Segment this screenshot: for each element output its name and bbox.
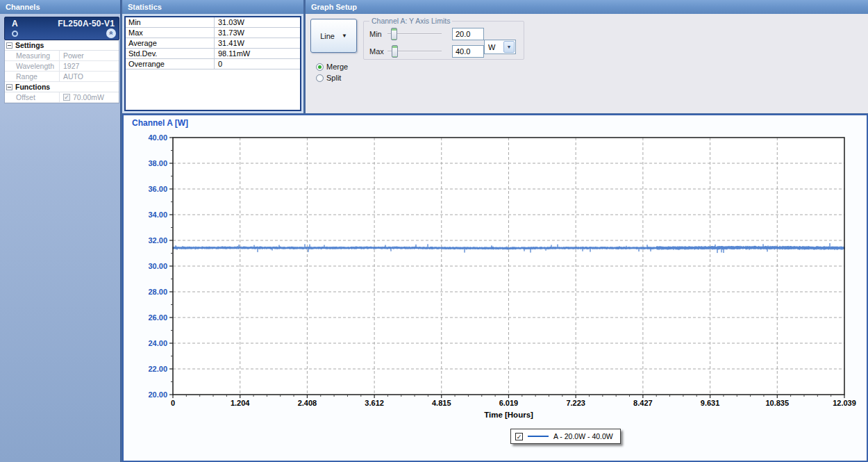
svg-text:6.019: 6.019: [499, 399, 519, 407]
graph-setup-panel-header: Graph Setup: [306, 0, 868, 14]
channels-panel-header: Channels: [0, 0, 120, 14]
stat-value: 31.73W: [215, 28, 244, 38]
stat-value: 31.41W: [215, 38, 244, 48]
display-mode-radio-group: MergeSplit: [316, 61, 348, 83]
stat-row-average: Average31.41W: [126, 38, 300, 49]
svg-text:0: 0: [171, 399, 175, 407]
radio-button-icon[interactable]: [316, 74, 324, 82]
power-trace-chart: 01.2042.4083.6124.8156.0197.2238.4279.63…: [124, 115, 867, 424]
y-max-row: Max: [369, 45, 484, 58]
channel-card-subrow: »: [5, 28, 119, 40]
statistics-panel-title: Statistics: [128, 3, 162, 11]
legend-box: ✓ A - 20.0W - 40.0W: [510, 429, 621, 444]
y-max-slider[interactable]: [387, 45, 442, 58]
device-name: FL250A-50-V1: [58, 19, 115, 28]
channel-status-ring-icon: [12, 31, 18, 37]
property-value: Power: [60, 51, 84, 60]
stat-value: 98.11mW: [215, 49, 250, 58]
radio-label: Merge: [326, 63, 348, 71]
y-max-input[interactable]: [452, 45, 484, 58]
y-max-label: Max: [369, 47, 387, 56]
offset-checkbox[interactable]: ✓: [63, 94, 70, 101]
radio-split[interactable]: Split: [316, 72, 348, 83]
channel-card[interactable]: A FL250A-50-V1 »: [4, 17, 119, 40]
svg-text:28.00: 28.00: [148, 288, 167, 296]
svg-text:9.631: 9.631: [701, 399, 720, 407]
statistics-panel-header: Statistics: [122, 0, 303, 14]
svg-text:Time [Hours]: Time [Hours]: [484, 411, 533, 419]
svg-text:26.00: 26.00: [148, 313, 167, 322]
unit-dropdown[interactable]: W ▼: [484, 40, 516, 54]
channel-property-grid: SettingsMeasuringPowerWavelength1927Rang…: [4, 40, 119, 104]
property-row-wavelength: Wavelength1927: [5, 61, 119, 72]
property-value-text: 70.00mW: [73, 93, 104, 101]
property-group-label: Settings: [15, 41, 44, 49]
y-max-slider-thumb[interactable]: [392, 45, 398, 58]
statistics-table: Min31.03WMax31.73WAverage31.41WStd.Dev.9…: [124, 16, 301, 111]
svg-text:38.00: 38.00: [148, 159, 167, 167]
svg-text:10.835: 10.835: [765, 399, 789, 407]
stat-name: Min: [126, 17, 215, 27]
y-min-slider[interactable]: [387, 28, 442, 40]
svg-text:7.223: 7.223: [566, 399, 585, 407]
svg-text:22.00: 22.00: [148, 365, 167, 373]
property-value: 1927: [60, 62, 79, 70]
svg-text:12.039: 12.039: [833, 399, 856, 407]
channel-card-header: A FL250A-50-V1: [5, 17, 119, 28]
chart-type-dropdown[interactable]: Line ▼: [310, 19, 357, 53]
svg-text:36.00: 36.00: [148, 185, 167, 193]
property-value-text: Power: [63, 51, 84, 60]
property-value-text: 1927: [63, 62, 79, 70]
property-label: Measuring: [5, 51, 60, 60]
y-min-slider-thumb[interactable]: [391, 28, 397, 40]
legend-checkbox[interactable]: ✓: [515, 433, 523, 440]
collapse-chevron-icon[interactable]: »: [106, 28, 116, 38]
legend-line-sample: [528, 436, 549, 437]
property-row-range: RangeAUTO: [5, 72, 119, 82]
stat-row-max: Max31.73W: [126, 28, 300, 38]
svg-text:3.612: 3.612: [365, 399, 384, 407]
stat-value: 0: [215, 59, 222, 69]
chevron-down-icon[interactable]: ▼: [503, 41, 515, 53]
radio-label: Split: [326, 74, 341, 82]
unit-dropdown-value: W: [485, 43, 503, 51]
stat-name: Std.Dev.: [126, 49, 215, 58]
property-value-text: AUTO: [63, 72, 83, 81]
stat-row-overrange: Overrange0: [126, 59, 300, 69]
svg-text:8.427: 8.427: [633, 399, 653, 407]
y-axis-limits-group-label: Channel A: Y Axis Limits: [369, 17, 452, 25]
svg-text:1.204: 1.204: [231, 399, 250, 407]
svg-text:2.408: 2.408: [298, 399, 317, 407]
chart-panel: Channel A [W] 01.2042.4083.6124.8156.019…: [122, 114, 868, 462]
stat-value: 31.03W: [215, 17, 244, 27]
svg-text:40.00: 40.00: [148, 133, 167, 142]
property-row-offset: Offset✓70.00mW: [5, 92, 119, 103]
graph-setup-panel: Graph Setup Line ▼ Channel A: Y Axis Lim…: [306, 0, 868, 113]
y-min-label: Min: [369, 30, 387, 38]
radio-merge[interactable]: Merge: [316, 61, 348, 72]
collapse-minus-icon[interactable]: [6, 42, 12, 49]
property-row-measuring: MeasuringPower: [5, 51, 119, 61]
y-min-row: Min: [369, 28, 484, 40]
svg-text:24.00: 24.00: [148, 339, 167, 347]
collapse-minus-icon[interactable]: [6, 84, 12, 90]
property-value: ✓70.00mW: [60, 93, 104, 101]
property-group-settings[interactable]: Settings: [5, 40, 119, 51]
stat-row-min: Min31.03W: [126, 17, 300, 28]
svg-text:4.815: 4.815: [432, 399, 451, 407]
property-label: Wavelength: [5, 61, 60, 71]
graph-setup-panel-title: Graph Setup: [311, 3, 357, 11]
svg-text:20.00: 20.00: [148, 390, 167, 399]
radio-button-icon[interactable]: [316, 63, 324, 71]
legend-label: A - 20.0W - 40.0W: [553, 432, 613, 440]
stat-name: Overrange: [126, 59, 215, 69]
y-min-input[interactable]: [452, 28, 484, 40]
property-group-functions[interactable]: Functions: [5, 82, 119, 92]
stat-row-std-dev-: Std.Dev.98.11mW: [126, 49, 300, 59]
property-label: Range: [5, 72, 60, 81]
stat-name: Max: [126, 28, 215, 38]
svg-text:32.00: 32.00: [148, 236, 167, 245]
property-value: AUTO: [60, 72, 83, 81]
property-group-label: Functions: [15, 83, 50, 91]
statistics-panel: Statistics Min31.03WMax31.73WAverage31.4…: [122, 0, 303, 113]
